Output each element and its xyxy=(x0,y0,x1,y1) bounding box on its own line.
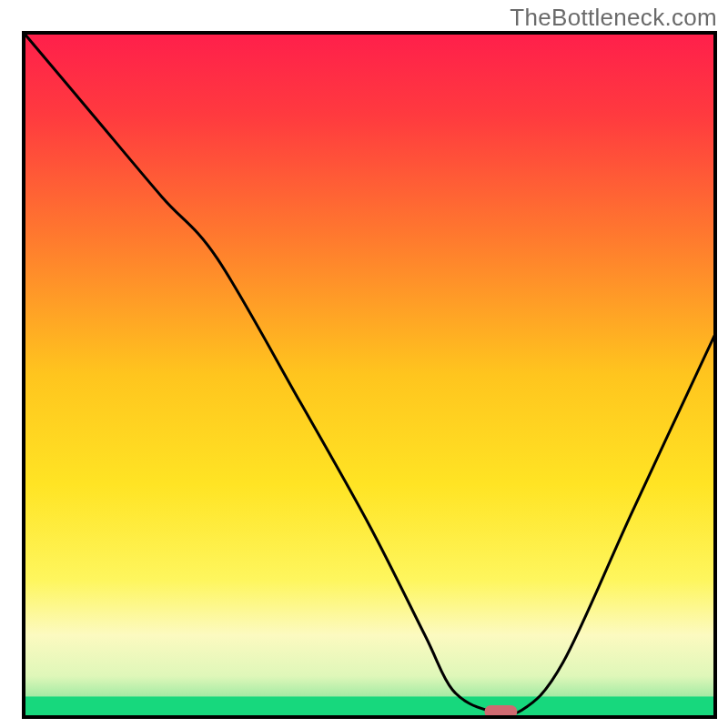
bottleneck-chart xyxy=(0,0,728,728)
optimal-band xyxy=(24,696,715,717)
watermark-text: TheBottleneck.com xyxy=(510,4,717,32)
chart-frame: TheBottleneck.com xyxy=(0,0,728,728)
gradient-background xyxy=(24,33,715,717)
